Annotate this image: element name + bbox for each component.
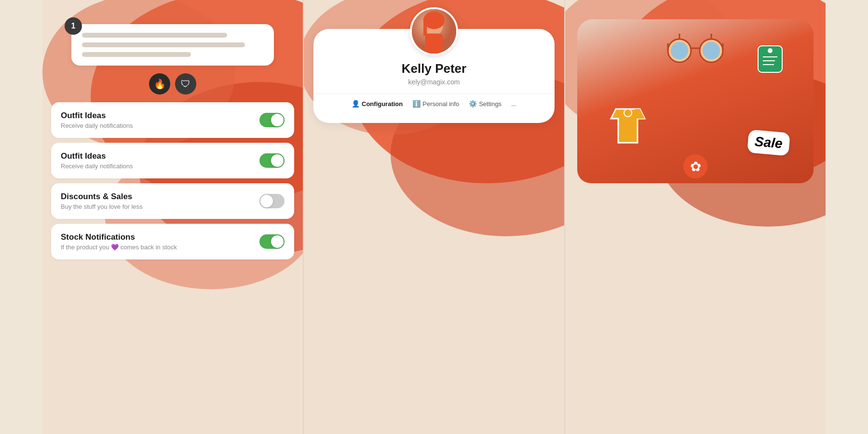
toggle-knob-outfit-ideas-1: [271, 114, 284, 126]
toggle-switch-outfit-ideas-1[interactable]: [259, 113, 285, 127]
notification-badge: 1: [65, 17, 82, 35]
toggle-knob-stock: [271, 235, 284, 248]
shield-icon: 🛡: [181, 79, 190, 90]
tab-configuration[interactable]: 👤 Configuration: [352, 100, 403, 108]
svg-point-31: [624, 109, 632, 117]
toggle-row-stock[interactable]: Stock Notifications If the product you 💜…: [51, 224, 294, 259]
svg-point-28: [710, 34, 713, 34]
tab-more-label: ...: [511, 100, 516, 108]
info-icon: ℹ️: [412, 100, 420, 108]
toggle-title-outfit-ideas-2: Outfit Ideas: [61, 151, 133, 161]
toggle-title-discounts: Discounts & Sales: [61, 192, 143, 202]
toggle-switch-outfit-ideas-2[interactable]: [259, 153, 285, 168]
fire-icon: 🔥: [154, 78, 166, 90]
tab-settings[interactable]: ⚙️ Settings: [469, 100, 502, 108]
toggle-subtitle-stock: If the product you 💜 comes back in stock: [61, 244, 177, 251]
toggle-knob-discounts: [260, 195, 273, 207]
toggle-switch-stock[interactable]: [259, 234, 285, 249]
heart-emoji: 💜: [111, 244, 119, 251]
profile-card: Kelly Peter kely@magix.com 👤 Configurati…: [313, 29, 555, 123]
fire-icon-circle: 🔥: [149, 73, 170, 95]
toggle-row-discounts[interactable]: Discounts & Sales Buy the stuff you love…: [51, 183, 294, 219]
tab-settings-label: Settings: [479, 100, 502, 108]
toggle-label-outfit-ideas-2: Outfit Ideas Receive daily notifications: [61, 151, 133, 170]
glasses-sticker: [664, 34, 727, 74]
profile-name: Kelly Peter: [402, 61, 466, 76]
toggle-subtitle-discounts: Buy the stuff you love for less: [61, 203, 143, 210]
toggle-switch-discounts[interactable]: [259, 194, 285, 208]
svg-point-26: [678, 34, 681, 34]
screen-profile: Kelly Peter kely@magix.com 👤 Configurati…: [304, 0, 564, 434]
stickers-area: Sale ✿: [577, 19, 814, 183]
toggle-title-outfit-ideas-1: Outfit Ideas: [61, 111, 133, 121]
tab-more[interactable]: ...: [511, 100, 516, 108]
notif-line-2: [82, 42, 245, 47]
svg-point-19: [671, 42, 688, 59]
toggle-label-outfit-ideas-1: Outfit Ideas Receive daily notifications: [61, 111, 133, 129]
icon-row: 🔥 🛡: [149, 73, 196, 95]
svg-rect-11: [425, 34, 443, 54]
screen-notifications: 1 🔥 🛡 Outfit Ideas: [42, 0, 303, 434]
screen-favorites: Sale ✿: [565, 0, 826, 434]
flower-icon: ✿: [690, 159, 701, 175]
shield-icon-circle: 🛡: [175, 73, 196, 95]
notif-line-3: [82, 52, 191, 57]
profile-tabs: 👤 Configuration ℹ️ Personal info ⚙️ Sett…: [313, 94, 555, 113]
svg-point-33: [768, 48, 773, 53]
toggle-row-outfit-ideas-2[interactable]: Outfit Ideas Receive daily notifications: [51, 143, 294, 178]
tab-personal-info[interactable]: ℹ️ Personal info: [412, 100, 459, 108]
svg-rect-13: [423, 18, 427, 36]
toggle-label-discounts: Discounts & Sales Buy the stuff you love…: [61, 192, 143, 210]
tab-configuration-label: Configuration: [362, 100, 403, 108]
toggle-knob-outfit-ideas-2: [271, 154, 284, 167]
profile-email: kely@magix.com: [408, 78, 460, 86]
toggle-list: Outfit Ideas Receive daily notifications…: [51, 102, 294, 264]
shirt-sticker: [606, 104, 650, 154]
toggle-title-stock: Stock Notifications: [61, 232, 177, 242]
toggle-subtitle-outfit-ideas-2: Receive daily notifications: [61, 163, 133, 170]
flower-sticker: ✿: [683, 154, 707, 178]
notification-preview-card: 1: [71, 24, 274, 66]
svg-point-21: [703, 42, 720, 59]
config-icon: 👤: [352, 100, 360, 108]
toggle-label-stock: Stock Notifications If the product you 💜…: [61, 232, 177, 251]
screens-container: 1 🔥 🛡 Outfit Ideas: [0, 0, 868, 434]
screen1-content: 1 🔥 🛡 Outfit Ideas: [42, 0, 303, 434]
notif-line-1: [82, 33, 227, 38]
tab-personal-info-label: Personal info: [422, 100, 459, 108]
sale-sticker: Sale: [747, 129, 790, 156]
toggle-row-outfit-ideas-1[interactable]: Outfit Ideas Receive daily notifications: [51, 102, 294, 138]
settings-icon: ⚙️: [469, 100, 477, 108]
avatar: [410, 7, 458, 55]
avatar-image: [412, 9, 456, 54]
sale-text: Sale: [754, 134, 783, 151]
price-tag-sticker: [756, 43, 785, 79]
toggle-subtitle-outfit-ideas-1: Receive daily notifications: [61, 122, 133, 129]
